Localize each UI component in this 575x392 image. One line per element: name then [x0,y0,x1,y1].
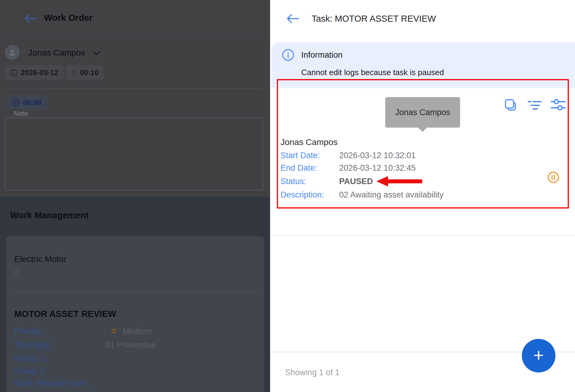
field-label: Group 1: [14,353,46,363]
log-value: 2026-03-12 10:32:45 [339,163,416,173]
log-row-description: Description: 02 Awaiting asset availabil… [270,190,562,200]
field-task-type: Task type: 01 Preventive [6,340,264,350]
info-banner: Information Cannot edit logs because tas… [271,42,575,88]
filter-button[interactable] [528,100,542,110]
field-group-2: Group 2: [6,366,264,376]
add-log-fab[interactable]: + [522,339,555,372]
scheduled-date: 2026-03-12 [21,68,58,77]
play-circle-icon [12,98,20,107]
showing-count: Showing 1 of 1 [285,367,340,378]
field-group-1: Group 1: [6,353,264,363]
back-button[interactable] [24,13,37,24]
estimated-duration: 00:10 [80,68,99,77]
pause-button[interactable] [547,171,559,183]
field-priority: Priority: Medium [6,326,264,336]
copy-button[interactable] [504,98,517,112]
field-label: Priority: [14,326,42,336]
filter-icon [528,100,542,110]
plus-icon: + [533,346,544,364]
task-card[interactable]: Electric Motor // MOTOR ASSET REVIEW Pri… [6,236,264,392]
settings-sliders-button[interactable] [551,98,566,111]
tooltip-text: Jonas Campos [395,108,450,117]
log-value: 2026-03-12 10:32:01 [339,150,416,161]
log-label: Status: [280,176,306,187]
avatar [5,45,20,60]
divider [270,235,575,236]
field-value: 01 Preventive [105,340,156,350]
section-title: Work Management [10,210,89,221]
timer-chip[interactable]: 00:00 [7,95,48,110]
status-value: PAUSED [339,176,373,187]
field-value: Medium [123,326,152,336]
asset-path: // [14,267,18,277]
task-log-panel: Task: MOTOR ASSET REVIEW Information Can… [270,0,575,392]
arrow-left-icon [24,13,37,24]
panel-back-button[interactable] [286,13,299,24]
field-label: Group 2: [14,366,46,376]
stopwatch-icon [71,69,77,77]
divider [5,88,263,89]
divider [14,292,261,293]
person-icon [8,48,16,57]
asset-name: Electric Motor [14,254,67,265]
duration-chip[interactable]: 00:10 [66,65,104,80]
work-order-page: Work Order Jonas Campos 2026-0 [0,0,270,392]
arrow-left-icon [286,13,299,24]
pause-circle-icon [547,171,559,183]
page-title: Work Order [44,12,93,23]
priority-medium-icon [111,328,118,334]
elapsed-timer: 00:00 [23,98,42,107]
sliders-icon [551,98,566,111]
assignee-tooltip: Jonas Campos [385,97,460,128]
note-label: Note [12,110,30,117]
panel-title: Task: MOTOR ASSET REVIEW [312,13,436,24]
banner-title: Information [301,49,342,61]
screen: Work Order Jonas Campos 2026-0 [0,0,575,392]
log-row-end-date: End Date: 2026-03-12 10:32:45 [270,163,562,173]
note-input[interactable] [5,117,263,191]
task-title: MOTOR ASSET REVIEW [14,308,116,319]
log-value: 02 Awaiting asset availability [339,190,444,200]
log-label: Description: [280,190,324,200]
equals-icon [111,328,118,334]
scheduled-date-chip[interactable]: 2026-03-12 [5,65,64,80]
calendar-icon [10,69,18,77]
chevron-down-icon[interactable] [93,50,101,56]
log-label: Start Date: [280,150,320,161]
log-row-status: Status: PAUSED [270,176,562,187]
assignee-selector[interactable]: Jonas Campos [28,47,85,58]
field-work-request-number: Work Request Num… [6,378,264,388]
log-user-name[interactable]: Jonas Campos [280,137,338,148]
banner-message: Cannot edit logs because task is paused [301,67,444,78]
field-label: Work Request Num… [14,378,94,388]
log-label: End Date: [280,163,317,173]
work-order-header [0,0,270,37]
copy-icon [504,98,517,112]
log-row-start-date: Start Date: 2026-03-12 10:32:01 [270,150,562,161]
info-icon [282,49,295,61]
field-label: Task type: [14,340,52,350]
